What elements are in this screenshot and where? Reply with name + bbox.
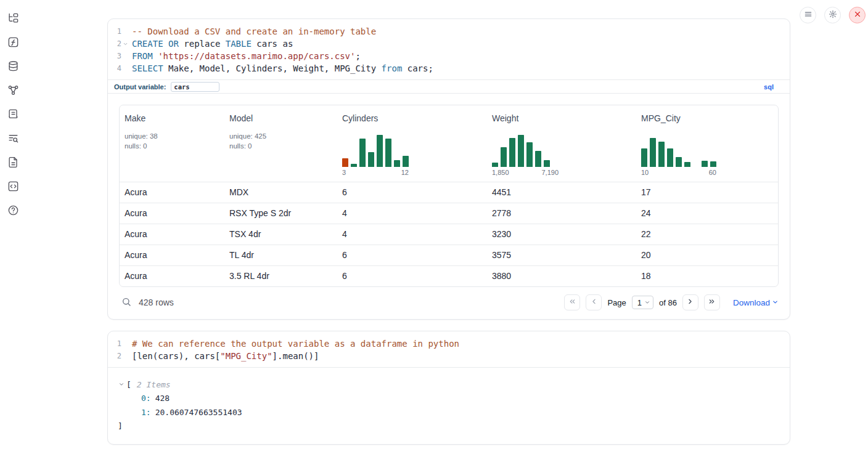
settings-gear-icon xyxy=(829,10,837,20)
table-row[interactable]: Acura TSX 4dr 4 3230 22 xyxy=(120,224,778,245)
chevron-left-icon xyxy=(590,297,598,307)
table-cell: Acura xyxy=(120,245,224,265)
line-number: 1 xyxy=(108,338,121,350)
next-page-button[interactable] xyxy=(682,294,698,310)
document-icon xyxy=(7,156,19,170)
language-badge: sql xyxy=(764,83,774,91)
table-row[interactable]: Acura MDX 6 4451 17 xyxy=(120,182,778,203)
table-cell: 3.5 RL 4dr xyxy=(224,266,337,286)
line-number: 2 xyxy=(108,350,121,362)
table-cell: 6 xyxy=(337,266,487,286)
line-number: 3 xyxy=(108,50,121,62)
dependency-graph-button[interactable] xyxy=(6,84,20,98)
histogram-cylinders[interactable]: 3 12 xyxy=(342,135,409,182)
shutdown-button[interactable] xyxy=(849,7,866,23)
list-item: 0: 428 xyxy=(118,391,780,405)
documentation-button[interactable] xyxy=(6,156,20,170)
column-header-model[interactable]: Model xyxy=(224,105,337,123)
code-line: 4 SELECT Make, Model, Cylinders, Weight,… xyxy=(108,62,790,75)
histogram-axis: 10 60 xyxy=(641,167,716,182)
table-cell: RSX Type S 2dr xyxy=(224,203,337,224)
download-button[interactable]: Download xyxy=(733,298,779,307)
code-line: 1 -- Download a CSV and create an in-mem… xyxy=(108,25,790,38)
help-button[interactable] xyxy=(6,204,20,218)
sql-cell: 1 -- Download a CSV and create an in-mem… xyxy=(107,18,790,320)
output-variable-bar: Output variable: sql xyxy=(108,79,790,94)
histogram-axis: 3 12 xyxy=(342,167,409,182)
menu-icon xyxy=(804,10,813,20)
search-icon xyxy=(121,297,131,309)
line-number: 4 xyxy=(108,62,121,75)
table-cell: TL 4dr xyxy=(224,245,337,265)
column-header-mpg-city[interactable]: MPG_City xyxy=(636,105,778,123)
chevron-down-icon xyxy=(118,380,125,389)
graph-icon xyxy=(7,84,19,98)
table-cell: MDX xyxy=(224,182,337,203)
table-row[interactable]: Acura RSX Type S 2dr 4 2778 24 xyxy=(120,203,778,224)
notebook: 1 -- Download a CSV and create an in-mem… xyxy=(107,18,790,445)
scroll-icon xyxy=(7,108,19,122)
chevrons-right-icon xyxy=(708,297,716,307)
logs-button[interactable] xyxy=(6,132,20,146)
page-select[interactable]: 1 xyxy=(632,296,653,309)
histogram-weight[interactable]: 1,850 7,190 xyxy=(492,135,559,182)
code-line: 3 FROM 'https://datasets.marimo.app/cars… xyxy=(108,50,790,62)
table-search-button[interactable] xyxy=(121,297,131,309)
last-page-button[interactable] xyxy=(704,294,720,310)
left-toolbar xyxy=(6,12,20,218)
python-code-editor[interactable]: 1 # We can reference the output variable… xyxy=(108,331,790,368)
table-cell: 20 xyxy=(636,245,778,265)
column-header-make[interactable]: Make xyxy=(120,105,224,123)
table-cell: 4 xyxy=(337,203,487,224)
data-table: Make unique: 38 nulls: 0 Model unique: 4… xyxy=(119,105,779,287)
settings-button[interactable] xyxy=(824,7,841,23)
table-cell: 24 xyxy=(636,203,778,224)
table-cell: Acura xyxy=(120,203,224,224)
database-icon xyxy=(7,60,19,74)
column-header-cylinders[interactable]: Cylinders xyxy=(337,105,487,123)
search-list-icon xyxy=(7,132,19,146)
table-row[interactable]: Acura 3.5 RL 4dr 6 3880 18 xyxy=(120,265,778,286)
table-cell: 3880 xyxy=(487,266,636,286)
table-cell: 4 xyxy=(337,224,487,245)
open-bracket: [ xyxy=(126,380,131,389)
fold-chevron-icon[interactable] xyxy=(121,38,129,50)
code-line: 1 # We can reference the output variable… xyxy=(108,338,790,350)
close-icon xyxy=(853,10,862,20)
table-header: Make unique: 38 nulls: 0 Model unique: 4… xyxy=(120,105,778,182)
python-cell: 1 # We can reference the output variable… xyxy=(107,331,790,445)
file-tree-icon xyxy=(7,12,19,26)
table-cell: Acura xyxy=(120,224,224,245)
column-header-weight[interactable]: Weight xyxy=(487,105,636,123)
function-button[interactable] xyxy=(6,36,20,50)
table-cell: 3230 xyxy=(487,224,636,245)
first-page-button[interactable] xyxy=(564,294,580,310)
list-item: 1: 20.060747663551403 xyxy=(118,405,780,419)
help-icon xyxy=(7,204,19,218)
output-variable-input[interactable] xyxy=(171,82,219,92)
chevron-right-icon xyxy=(686,297,694,307)
line-number: 1 xyxy=(108,25,121,38)
scratchpad-button[interactable] xyxy=(6,108,20,122)
column-stats-model: unique: 425 nulls: 0 xyxy=(229,131,332,151)
table-cell: Acura xyxy=(120,182,224,203)
chevron-down-icon xyxy=(644,298,650,307)
items-count-label: 2 Items xyxy=(137,380,171,389)
page-label: Page xyxy=(607,298,626,307)
menu-button[interactable] xyxy=(800,7,816,23)
database-button[interactable] xyxy=(6,60,20,74)
pagination: Page 1 of 86 Download xyxy=(564,294,779,310)
histogram-axis: 1,850 7,190 xyxy=(492,167,559,182)
chevrons-left-icon xyxy=(568,297,576,307)
histogram-mpg-city[interactable]: 10 60 xyxy=(641,135,716,182)
table-cell: 4451 xyxy=(487,182,636,203)
collapse-toggle[interactable] xyxy=(118,380,125,389)
function-icon xyxy=(7,36,19,50)
column-stats-make: unique: 38 nulls: 0 xyxy=(125,131,219,151)
previous-page-button[interactable] xyxy=(586,294,602,310)
table-row[interactable]: Acura TL 4dr 6 3575 20 xyxy=(120,245,778,265)
sql-code-editor[interactable]: 1 -- Download a CSV and create an in-mem… xyxy=(108,19,790,79)
table-cell: Acura xyxy=(120,266,224,286)
file-tree-button[interactable] xyxy=(6,12,20,26)
snippets-button[interactable] xyxy=(6,180,20,194)
